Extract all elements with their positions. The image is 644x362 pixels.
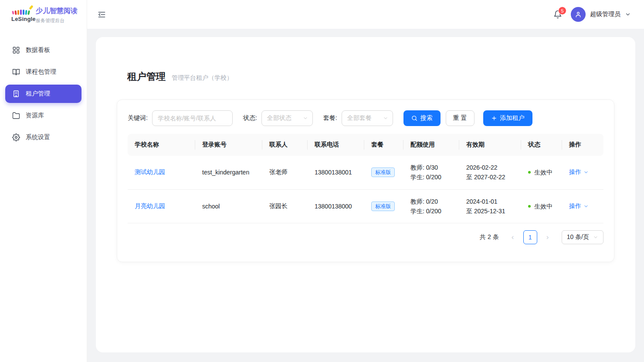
keyword-input[interactable]	[152, 110, 233, 126]
notifications-button[interactable]: 5	[553, 10, 562, 19]
user-name: 超级管理员	[590, 10, 620, 18]
search-icon	[411, 115, 417, 121]
plan-select[interactable]: 全部套餐	[342, 110, 393, 126]
building-icon	[12, 90, 20, 98]
sidebar-item-label: 数据看板	[26, 46, 50, 54]
chevron-down-icon	[583, 204, 589, 209]
topbar: 5 超级管理员	[87, 0, 644, 29]
sidebar-item-settings[interactable]: 系统设置	[5, 128, 81, 147]
valid-to: 至 2027-02-22	[466, 172, 514, 182]
row-actions-label: 操作	[569, 202, 581, 210]
chevron-down-icon	[583, 170, 589, 175]
page-card: 租户管理 管理平台租户（学校） 关键词: 状态: 全部状态 套餐:	[96, 37, 635, 352]
chevron-down-icon	[593, 235, 598, 240]
valid-from: 2024-01-01	[466, 197, 514, 206]
quota-usage: 教师: 0/20 学生: 0/200	[403, 189, 459, 223]
sidebar-item-label: 租户管理	[26, 90, 50, 98]
contact-name: 张园长	[262, 189, 308, 223]
keyword-label: 关键词:	[128, 114, 148, 122]
contact-name: 张老师	[262, 156, 308, 189]
avatar	[571, 7, 586, 22]
col-actions: 操作	[562, 134, 603, 156]
contact-phone: 13800138001	[308, 156, 364, 189]
chevron-down-icon	[383, 116, 388, 121]
filter-bar: 关键词: 状态: 全部状态 套餐: 全部套餐	[128, 110, 603, 126]
quota-teacher: 教师: 0/30	[410, 163, 452, 172]
quota-student: 学生: 0/200	[410, 206, 452, 216]
status-dot-icon	[528, 171, 531, 174]
status-label: 状态:	[243, 114, 257, 122]
status-select[interactable]: 全部状态	[261, 110, 313, 126]
row-actions-dropdown[interactable]: 操作	[569, 168, 589, 176]
tenant-panel: 关键词: 状态: 全部状态 套餐: 全部套餐	[117, 99, 614, 262]
plus-icon	[491, 115, 497, 121]
reset-button[interactable]: 重 置	[446, 110, 475, 126]
validity-period: 2024-01-01 至 2025-12-31	[459, 189, 521, 223]
table-row: 测试幼儿园 test_kindergarten 张老师 13800138001 …	[128, 156, 603, 189]
sidebar-item-tenants[interactable]: 租户管理	[5, 85, 81, 103]
plan-label: 套餐:	[323, 114, 337, 122]
tenant-table: 学校名称 登录账号 联系人 联系电话 套餐 配额使用 有效期 状态 操作	[128, 134, 603, 223]
chevron-down-icon	[303, 116, 308, 121]
login-account: school	[195, 189, 262, 223]
quota-usage: 教师: 0/30 学生: 0/200	[403, 156, 459, 189]
menu-fold-icon[interactable]	[98, 10, 106, 19]
status-cell: 生效中	[521, 189, 562, 223]
page-size-select[interactable]: 10 条/页	[562, 230, 603, 244]
book-icon	[12, 68, 20, 76]
row-actions-dropdown[interactable]: 操作	[569, 202, 589, 210]
contact-phone: 13800138000	[308, 189, 364, 223]
col-status: 状态	[521, 134, 562, 156]
sidebar-item-label: 课程包管理	[26, 68, 56, 76]
sidebar-nav: 数据看板 课程包管理 租户管理 资源库 系统设置	[0, 31, 87, 147]
col-login-account: 登录账号	[195, 134, 262, 156]
sidebar-item-dashboard[interactable]: 数据看板	[5, 41, 81, 59]
school-name-link[interactable]: 测试幼儿园	[135, 168, 165, 175]
valid-to: 至 2025-12-31	[466, 206, 514, 216]
plan-badge: 标准版	[371, 167, 395, 177]
sidebar: LeSingle 少儿智慧阅读 服务管理后台 数据看板 课程包管理 租户管理	[0, 0, 87, 362]
status-cell: 生效中	[521, 156, 562, 189]
page-number-button[interactable]: 1	[523, 230, 537, 244]
col-validity: 有效期	[459, 134, 521, 156]
sidebar-item-course-packages[interactable]: 课程包管理	[5, 63, 81, 81]
valid-from: 2026-02-22	[466, 163, 514, 172]
add-tenant-button-label: 添加租户	[500, 114, 525, 122]
col-school-name: 学校名称	[128, 134, 195, 156]
lesingle-logo-icon: LeSingle	[11, 8, 31, 22]
status-badge: 生效中	[534, 203, 552, 210]
folder-icon	[12, 112, 20, 120]
pagination: 共 2 条 ‹ 1 › 10 条/页	[128, 230, 603, 244]
chevron-down-icon	[625, 11, 631, 17]
gear-icon	[12, 133, 20, 141]
dashboard-grid-icon	[12, 46, 20, 54]
page-size-value: 10 条/页	[567, 233, 589, 241]
table-row: 月亮幼儿园 school 张园长 13800138000 标准版 教师: 0/2…	[128, 189, 603, 223]
add-tenant-button[interactable]: 添加租户	[483, 110, 532, 126]
status-badge: 生效中	[534, 169, 552, 176]
prev-page-icon[interactable]: ‹	[507, 230, 519, 244]
search-button[interactable]: 搜索	[403, 110, 441, 126]
page-title: 租户管理	[127, 70, 166, 83]
brand-subtitle: 服务管理后台	[36, 17, 78, 24]
row-actions-label: 操作	[569, 168, 581, 176]
school-name-link[interactable]: 月亮幼儿园	[135, 202, 165, 209]
sidebar-item-label: 系统设置	[26, 133, 50, 141]
next-page-icon[interactable]: ›	[542, 230, 554, 244]
logo-wordmark: LeSingle	[11, 16, 31, 22]
user-menu[interactable]: 超级管理员	[571, 7, 631, 22]
pagination-total: 共 2 条	[480, 233, 499, 241]
col-quota: 配额使用	[403, 134, 459, 156]
status-select-value: 全部状态	[267, 114, 291, 122]
validity-period: 2026-02-22 至 2027-02-22	[459, 156, 521, 189]
sidebar-item-label: 资源库	[26, 112, 44, 120]
status-dot-icon	[528, 205, 531, 208]
search-button-label: 搜索	[420, 114, 433, 122]
page-header: 租户管理 管理平台租户（学校）	[127, 70, 614, 83]
col-plan: 套餐	[364, 134, 403, 156]
sidebar-item-resources[interactable]: 资源库	[5, 106, 81, 125]
plan-badge: 标准版	[371, 201, 395, 211]
content-area: 租户管理 管理平台租户（学校） 关键词: 状态: 全部状态 套餐:	[87, 29, 644, 362]
table-header-row: 学校名称 登录账号 联系人 联系电话 套餐 配额使用 有效期 状态 操作	[128, 134, 603, 156]
notification-badge: 5	[558, 7, 566, 15]
